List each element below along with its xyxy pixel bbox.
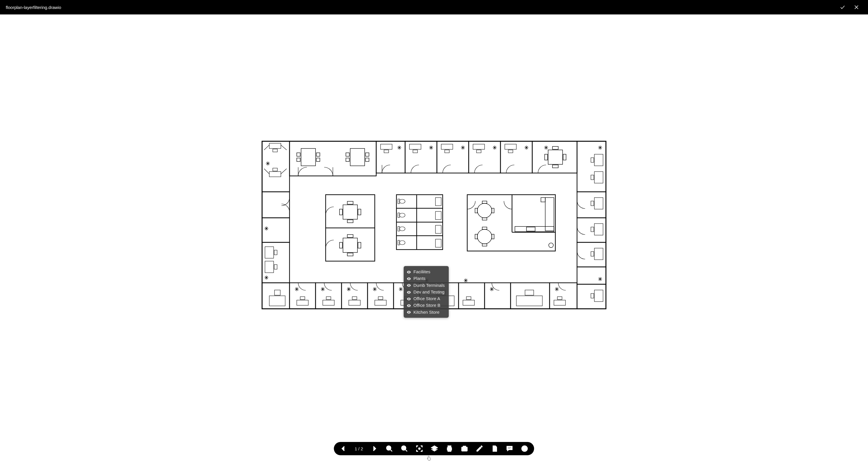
zoom-out-icon bbox=[386, 445, 393, 452]
svg-rect-91 bbox=[409, 144, 421, 149]
svg-rect-111 bbox=[553, 165, 558, 168]
svg-rect-144 bbox=[594, 290, 603, 302]
svg-rect-72 bbox=[492, 234, 494, 239]
svg-rect-134 bbox=[594, 154, 603, 166]
svg-rect-94 bbox=[445, 150, 449, 153]
svg-rect-66 bbox=[475, 208, 477, 213]
svg-rect-73 bbox=[545, 197, 554, 231]
next-page-button[interactable] bbox=[370, 444, 379, 453]
comment-icon bbox=[506, 445, 514, 452]
viewer-toolbar: 1 / 2 bbox=[334, 442, 534, 455]
layer-toggle-kitchen-store[interactable]: Kitchen Store bbox=[407, 309, 445, 315]
svg-rect-116 bbox=[323, 300, 334, 305]
svg-line-84 bbox=[264, 169, 269, 174]
svg-rect-100 bbox=[297, 153, 300, 156]
fit-button[interactable] bbox=[415, 444, 424, 453]
zoom-in-button[interactable] bbox=[400, 444, 409, 453]
svg-point-54 bbox=[399, 241, 405, 245]
layer-toggle-plants[interactable]: Plants bbox=[407, 275, 445, 282]
svg-rect-171 bbox=[463, 446, 466, 447]
zoom-in-icon bbox=[401, 445, 408, 452]
svg-rect-145 bbox=[591, 293, 594, 298]
svg-rect-30 bbox=[550, 283, 577, 309]
svg-rect-105 bbox=[346, 153, 349, 156]
svg-rect-121 bbox=[378, 297, 383, 300]
svg-rect-141 bbox=[591, 227, 594, 232]
eye-icon bbox=[407, 270, 411, 274]
export-image-button[interactable] bbox=[460, 444, 469, 453]
svg-point-164 bbox=[419, 448, 420, 449]
svg-rect-93 bbox=[441, 144, 453, 149]
svg-rect-168 bbox=[448, 449, 451, 451]
svg-rect-64 bbox=[482, 201, 487, 203]
svg-rect-173 bbox=[508, 447, 512, 448]
svg-rect-76 bbox=[526, 227, 535, 231]
svg-rect-132 bbox=[269, 296, 285, 306]
svg-line-85 bbox=[281, 169, 287, 174]
svg-rect-37 bbox=[358, 209, 361, 215]
comments-button[interactable] bbox=[505, 444, 514, 453]
svg-rect-39 bbox=[347, 234, 353, 238]
svg-rect-106 bbox=[346, 158, 349, 161]
layer-label: Office Store A bbox=[413, 295, 440, 302]
svg-point-151 bbox=[409, 279, 409, 279]
file-icon bbox=[491, 445, 498, 452]
svg-rect-126 bbox=[554, 300, 565, 305]
svg-rect-143 bbox=[591, 252, 594, 256]
close-icon bbox=[854, 4, 859, 10]
layer-toggle-office-store-b[interactable]: Office Store B bbox=[407, 302, 445, 309]
svg-rect-34 bbox=[347, 201, 353, 204]
svg-rect-127 bbox=[557, 297, 562, 300]
layer-label: Dev and Testing bbox=[413, 289, 444, 295]
chevron-left-icon bbox=[340, 445, 347, 452]
svg-point-50 bbox=[399, 213, 405, 217]
zoom-out-button[interactable] bbox=[385, 444, 394, 453]
svg-rect-16 bbox=[577, 284, 606, 309]
svg-point-77 bbox=[549, 243, 553, 248]
file-title: floorplan-layerfiltering.drawio bbox=[6, 5, 837, 10]
layers-button[interactable] bbox=[430, 444, 439, 453]
svg-rect-102 bbox=[316, 153, 320, 156]
header-actions bbox=[837, 1, 862, 13]
svg-rect-118 bbox=[349, 300, 360, 305]
eye-icon bbox=[407, 310, 411, 314]
layer-label: Plants bbox=[413, 275, 426, 282]
svg-rect-131 bbox=[525, 290, 534, 295]
svg-rect-137 bbox=[591, 175, 594, 180]
diagram-canvas[interactable]: Faciliites Plants Dumb Terminals Dev and… bbox=[0, 14, 868, 472]
layer-toggle-facilities[interactable]: Faciliites bbox=[407, 269, 445, 275]
layer-toggle-dumb-terminals[interactable]: Dumb Terminals bbox=[407, 282, 445, 289]
edit-button[interactable] bbox=[475, 444, 484, 453]
eye-icon bbox=[407, 296, 411, 301]
svg-rect-41 bbox=[340, 242, 342, 248]
svg-line-80 bbox=[264, 145, 269, 150]
svg-line-81 bbox=[281, 145, 287, 150]
prev-page-button[interactable] bbox=[339, 444, 348, 453]
svg-rect-33 bbox=[343, 205, 358, 219]
svg-marker-165 bbox=[431, 446, 438, 449]
svg-point-170 bbox=[463, 448, 466, 450]
close-button[interactable] bbox=[851, 1, 862, 13]
svg-rect-13 bbox=[577, 218, 606, 242]
confirm-button[interactable] bbox=[837, 1, 848, 13]
layers-popup: Faciliites Plants Dumb Terminals Dev and… bbox=[404, 266, 449, 318]
svg-rect-120 bbox=[375, 300, 386, 305]
cursor-pointer-icon bbox=[426, 456, 431, 461]
svg-rect-125 bbox=[466, 297, 471, 300]
layer-toggle-dev-testing[interactable]: Dev and Testing bbox=[407, 289, 445, 295]
copy-button[interactable] bbox=[490, 444, 499, 453]
print-button[interactable] bbox=[445, 444, 454, 453]
svg-rect-149 bbox=[274, 264, 277, 269]
svg-rect-108 bbox=[366, 158, 369, 161]
svg-rect-101 bbox=[297, 158, 300, 161]
svg-rect-65 bbox=[482, 218, 487, 220]
svg-point-155 bbox=[409, 305, 409, 306]
svg-rect-24 bbox=[368, 283, 394, 309]
layer-toggle-office-store-a[interactable]: Office Store A bbox=[407, 295, 445, 302]
layer-label: Office Store B bbox=[413, 302, 440, 309]
close-viewer-button[interactable] bbox=[520, 444, 529, 453]
svg-rect-96 bbox=[476, 150, 481, 153]
svg-point-68 bbox=[477, 229, 492, 244]
svg-rect-14 bbox=[577, 242, 606, 267]
svg-rect-70 bbox=[482, 244, 487, 246]
